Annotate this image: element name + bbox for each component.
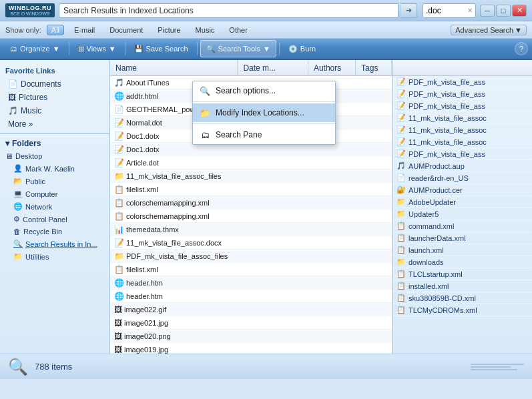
- right-panel-item[interactable]: 📝11_mk_vista_file_assoc: [392, 124, 532, 136]
- address-go-btn[interactable]: ➜: [401, 3, 417, 18]
- status-count: 788 items: [35, 362, 72, 372]
- folder-public[interactable]: 📂 Public: [0, 175, 109, 187]
- right-file-name: PDF_mk_vista_file_ass: [409, 102, 485, 110]
- burn-btn[interactable]: 💿 Burn: [282, 40, 322, 57]
- file-row[interactable]: 📝 Article.dot: [110, 156, 392, 169]
- file-row[interactable]: 🌐 header.htm: [110, 290, 392, 303]
- help-btn[interactable]: ?: [515, 42, 528, 55]
- right-file-icon: 📝: [396, 101, 406, 110]
- right-panel-item[interactable]: 📋launch.xml: [392, 244, 532, 256]
- right-file-name: launch.xml: [409, 246, 444, 254]
- right-panel-item[interactable]: 📋launcherData.xml: [392, 232, 532, 244]
- file-row[interactable]: 📁 11_mk_vista_file_assoc_files: [110, 169, 392, 183]
- right-panel-item[interactable]: 📋installed.xml: [392, 280, 532, 292]
- file-row[interactable]: 🖼 image019.jpg: [110, 343, 392, 354]
- menu-item-search-options[interactable]: 🔍 Search options...: [193, 81, 335, 100]
- right-panel-item[interactable]: 📋TLCMyCDROMs.xml: [392, 304, 532, 316]
- toolbar-sep-3: [197, 42, 198, 55]
- file-row[interactable]: 🖼 image020.png: [110, 330, 392, 343]
- file-row[interactable]: 📋 filelist.xml: [110, 183, 392, 196]
- file-type-icon: 📋: [114, 185, 124, 194]
- save-search-btn[interactable]: 💾 Save Search: [128, 40, 194, 57]
- file-row[interactable]: 📋 filelist.xml: [110, 263, 392, 276]
- right-panel-item[interactable]: 📁Updater5: [392, 208, 532, 220]
- right-panel-item[interactable]: 📋TLCLstartup.xml: [392, 268, 532, 280]
- right-panel-item[interactable]: 📝PDF_mk_vista_file_ass: [392, 100, 532, 112]
- address-input[interactable]: [59, 3, 398, 18]
- file-name: GEOTHERMAL_pow...: [126, 105, 201, 113]
- filter-all-btn[interactable]: All: [47, 25, 64, 35]
- right-panel-item[interactable]: 📋command.xml: [392, 220, 532, 232]
- close-btn[interactable]: ✕: [512, 5, 527, 17]
- filter-picture-btn[interactable]: Picture: [153, 25, 185, 35]
- file-row[interactable]: 🌐 header.htm: [110, 276, 392, 290]
- folder-search-results[interactable]: 🔍 Search Results in In...: [0, 238, 109, 250]
- menu-item-modify-index[interactable]: 📁 Modify Index Locations...: [193, 103, 335, 122]
- right-file-name: AUMProduct.aup: [409, 162, 465, 170]
- folder-computer[interactable]: 💻 Computer: [0, 187, 109, 200]
- file-row[interactable]: 📁 PDF_mk_vista_file_assoc_files: [110, 250, 392, 263]
- advanced-search-btn[interactable]: Advanced Search ▼: [451, 25, 527, 35]
- status-bar: 🔍 788 items: [0, 354, 532, 379]
- right-panel-item[interactable]: 🔐AUMProduct.cer: [392, 184, 532, 196]
- search-input[interactable]: [426, 6, 466, 15]
- filter-email-btn[interactable]: E-mail: [69, 25, 99, 35]
- burn-icon: 💿: [288, 45, 298, 53]
- search-tools-btn[interactable]: 🔍 Search Tools ▼: [200, 40, 276, 57]
- right-file-icon: 🎵: [396, 161, 406, 170]
- sidebar-item-music[interactable]: 🎵 Music: [0, 104, 109, 117]
- menu-item-search-pane[interactable]: 🗂 Search Pane: [193, 125, 335, 144]
- right-panel-item[interactable]: 📝PDF_mk_vista_file_ass: [392, 148, 532, 160]
- sidebar-item-pictures[interactable]: 🖼 Pictures: [0, 91, 109, 104]
- file-row[interactable]: 🖼 image022.gif: [110, 303, 392, 316]
- maximize-btn[interactable]: □: [496, 5, 511, 17]
- col-tags-header[interactable]: Tags: [356, 60, 392, 75]
- filter-other-btn[interactable]: Other: [224, 25, 252, 35]
- col-name-header[interactable]: Name: [110, 60, 238, 75]
- file-name: PDF_mk_vista_file_assoc_files: [126, 252, 228, 260]
- right-panel-item[interactable]: 📄reader&rdr-en_US: [392, 172, 532, 184]
- sidebar-item-more[interactable]: More »: [0, 117, 109, 131]
- right-panel-item[interactable]: 📁downloads: [392, 256, 532, 268]
- filter-music-btn[interactable]: Music: [191, 25, 220, 35]
- file-row[interactable]: 📝 11_mk_vista_file_assoc.docx: [110, 236, 392, 250]
- right-panel-item[interactable]: 🎵AUMProduct.aup: [392, 160, 532, 172]
- search-clear-btn[interactable]: ✕: [467, 7, 473, 14]
- file-row[interactable]: 📋 colorschemamapping.xml: [110, 210, 392, 223]
- folder-desktop[interactable]: 🖥 Desktop: [0, 150, 109, 162]
- toolbar-sep-4: [279, 42, 280, 55]
- right-file-name: AdobeUpdater: [409, 198, 456, 206]
- folder-utilities[interactable]: 📁 Utilities: [0, 250, 109, 263]
- folder-network[interactable]: 🌐 Network: [0, 200, 109, 213]
- folder-control-panel[interactable]: ⚙ Control Panel: [0, 213, 109, 226]
- folder-mark-kaelin[interactable]: 👤 Mark W. Kaelin: [0, 162, 109, 175]
- right-panel-header: [392, 60, 532, 76]
- col-date-header[interactable]: Date m...: [238, 60, 308, 75]
- file-row[interactable]: 📋 colorschemamapping.xml: [110, 196, 392, 210]
- search-options-label: Search options...: [216, 86, 276, 95]
- organize-btn[interactable]: 🗂 Organize ▼: [4, 40, 66, 57]
- file-row[interactable]: 🖼 image021.jpg: [110, 316, 392, 330]
- right-file-name: 11_mk_vista_file_assoc: [409, 138, 487, 146]
- folder-recycle-bin[interactable]: 🗑 Recycle Bin: [0, 226, 109, 238]
- col-authors-header[interactable]: Authors: [308, 60, 356, 75]
- file-type-icon: 📝: [114, 131, 124, 141]
- right-panel-item[interactable]: 📋sku380859B-CD.xml: [392, 292, 532, 304]
- right-panel-item[interactable]: 📝PDF_mk_vista_file_ass: [392, 76, 532, 88]
- file-row[interactable]: 📝 Doc1.dotx: [110, 143, 392, 156]
- right-panel-item[interactable]: 📝PDF_mk_vista_file_ass: [392, 88, 532, 100]
- right-panel-item[interactable]: 📝11_mk_vista_file_assoc: [392, 136, 532, 148]
- save-search-icon: 💾: [134, 45, 144, 53]
- folders-header[interactable]: ▾ Folders: [0, 137, 109, 150]
- right-panel-item[interactable]: 📝11_mk_vista_file_assoc: [392, 112, 532, 124]
- file-type-icon: 📄: [114, 105, 124, 114]
- sidebar-item-documents[interactable]: 📄 Documents: [0, 77, 109, 91]
- views-btn[interactable]: ⊞ Views ▼: [72, 40, 122, 57]
- file-row[interactable]: 📊 themedata.thmx: [110, 223, 392, 236]
- views-icon: ⊞: [78, 45, 84, 53]
- documents-icon: 📄: [8, 79, 18, 89]
- filter-document-btn[interactable]: Document: [105, 25, 148, 35]
- file-type-icon: 🖼: [114, 318, 122, 328]
- minimize-btn[interactable]: ─: [480, 5, 495, 17]
- right-panel-item[interactable]: 📁AdobeUpdater: [392, 196, 532, 208]
